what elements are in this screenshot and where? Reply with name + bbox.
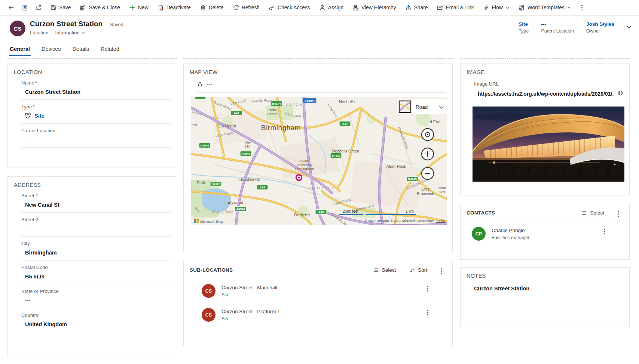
map-zoom-in-button[interactable] <box>422 148 434 160</box>
popout-button[interactable] <box>32 2 45 14</box>
city-field[interactable]: City Birmingham <box>21 237 171 260</box>
collapse-header-button[interactable] <box>626 24 632 31</box>
form-button[interactable] <box>18 2 31 14</box>
map-label: Nechells Green <box>332 149 360 153</box>
parent-location-field[interactable]: Parent Location --- <box>21 124 171 148</box>
type-value[interactable]: Site <box>34 113 45 119</box>
map-label: Birmingham <box>261 124 301 132</box>
deactivate-button[interactable]: Deactivate <box>153 2 195 14</box>
tab-general[interactable]: General <box>9 41 31 56</box>
form-body: LOCATION Name Curzon Street Station Type… <box>0 56 639 364</box>
arrow-left-icon <box>8 4 14 11</box>
sublocation-type: Site <box>221 316 280 321</box>
new-button[interactable]: New <box>125 2 153 14</box>
select-records-button[interactable]: Select <box>371 267 398 273</box>
parent-location-value[interactable]: --- <box>21 137 171 143</box>
row-more-button[interactable] <box>423 284 432 291</box>
more-commands-button[interactable] <box>576 2 588 14</box>
tab-related[interactable]: Related <box>100 41 120 56</box>
street2-value[interactable]: --- <box>21 226 171 232</box>
deactivate-icon <box>158 4 164 11</box>
type-value[interactable]: Site <box>519 21 529 27</box>
save-and-close-button[interactable]: Save & Close <box>76 2 124 14</box>
city-value[interactable]: Birmingham <box>21 250 171 256</box>
svg-text:A45: A45 <box>318 210 324 214</box>
owner-value[interactable]: Josh Styles <box>586 21 614 27</box>
map-zoom-out-button[interactable] <box>422 167 434 179</box>
map-locate-button[interactable] <box>422 129 434 141</box>
summary-type: Site Type <box>513 21 535 34</box>
state-value[interactable]: --- <box>21 297 171 303</box>
section-title: SUB-LOCATIONS <box>190 267 362 273</box>
email-link-button[interactable]: Email a Link <box>432 2 478 14</box>
map-label: Holte <box>269 108 277 112</box>
map-canvas[interactable]: B4144A38(M)A41A47A4040A4540B4132A38B4126… <box>191 97 447 225</box>
flow-button[interactable]: Flow <box>479 2 514 14</box>
tab-details[interactable]: Details <box>72 41 90 56</box>
sublocation-row[interactable]: CS Curzon Street - Platform 1 Site <box>202 303 446 327</box>
sublocations-more-button[interactable] <box>437 267 446 273</box>
delete-button[interactable]: Delete <box>196 2 228 14</box>
contacts-more-button[interactable] <box>614 210 623 216</box>
sort-button[interactable]: Sort <box>407 267 429 273</box>
country-field[interactable]: Country United Kingdom <box>21 308 171 332</box>
chevron-down-icon <box>505 6 510 10</box>
select-records-button[interactable]: Select <box>579 210 606 216</box>
refresh-icon <box>233 4 239 11</box>
country-value[interactable]: United Kingdom <box>21 321 171 327</box>
street1-value[interactable]: New Canal St <box>21 202 171 208</box>
view-hierarchy-button[interactable]: View Hierarchy <box>348 2 400 14</box>
back-button[interactable] <box>4 2 18 14</box>
word-templates-button[interactable]: Word Templates <box>514 2 575 14</box>
deactivate-label: Deactivate <box>166 5 191 10</box>
save-button[interactable]: Save <box>46 2 75 14</box>
sublocation-name[interactable]: Curzon Street - Main hall <box>221 285 277 290</box>
image-url-field[interactable]: https://assets.hs2.org.uk/wp-content/upl… <box>474 87 623 101</box>
road-shield: A38(M) <box>302 98 317 103</box>
share-button[interactable]: Share <box>401 2 432 14</box>
type-field[interactable]: Type Site <box>21 100 171 124</box>
refresh-label: Refresh <box>242 5 260 10</box>
state-field[interactable]: State or Province --- <box>21 284 171 308</box>
street2-field[interactable]: Street 2 --- <box>21 213 171 237</box>
map-scale-feet: 2500 feet <box>343 209 358 213</box>
save-close-icon <box>80 4 86 11</box>
section-divider <box>7 58 177 59</box>
postal-code-value[interactable]: B5 5LG <box>21 274 171 280</box>
section-title: CONTACTS <box>467 210 570 216</box>
road-shield: A45 <box>315 210 327 215</box>
ellipsis-vertical-icon <box>427 288 428 289</box>
contact-row[interactable]: CP Charlie Pringle Facilities manager <box>472 222 623 246</box>
tab-devices[interactable]: Devices <box>41 41 62 56</box>
svg-text:A38(M): A38(M) <box>305 99 315 102</box>
road-shield: B4132 <box>330 153 342 158</box>
row-more-button[interactable] <box>600 227 609 234</box>
form-selector[interactable]: Information <box>55 30 85 36</box>
name-field[interactable]: Name Curzon Street Station <box>21 76 171 100</box>
map-pin <box>295 174 303 182</box>
sublocation-row[interactable]: CS Curzon Street - Main hall Site <box>202 279 446 303</box>
road-shield: A47 <box>339 121 351 126</box>
chevron-down-icon <box>567 6 571 10</box>
save-status: - Saved <box>107 22 123 27</box>
save-icon <box>50 4 56 11</box>
check-access-button[interactable]: Check Access <box>265 2 314 14</box>
word-templates-label: Word Templates <box>528 5 565 10</box>
image-url-value[interactable]: https://assets.hs2.org.uk/wp-content/upl… <box>474 91 614 97</box>
assign-button[interactable]: Assign <box>315 2 348 14</box>
open-url-button[interactable] <box>614 90 623 97</box>
row-more-button[interactable] <box>423 308 432 315</box>
sublocation-name[interactable]: Curzon Street - Platform 1 <box>221 309 280 314</box>
contact-name[interactable]: Charlie Pringle <box>492 228 529 233</box>
refresh-button[interactable]: Refresh <box>229 2 264 14</box>
name-value[interactable]: Curzon Street Station <box>21 89 171 95</box>
notes-text[interactable]: Curzon Street Station <box>474 286 623 291</box>
map-style-selector[interactable]: Road <box>397 99 447 114</box>
check-access-label: Check Access <box>278 5 310 10</box>
road-shield: B4126 <box>210 182 221 186</box>
street1-field[interactable]: Street 1 New Canal St <box>21 189 171 213</box>
map-label: ASTON <box>286 102 303 107</box>
parent-location-label: Parent Location <box>21 128 171 133</box>
postal-code-field[interactable]: Postal Code B5 5LG <box>21 260 171 284</box>
map-terms-link[interactable]: Terms <box>436 219 445 223</box>
